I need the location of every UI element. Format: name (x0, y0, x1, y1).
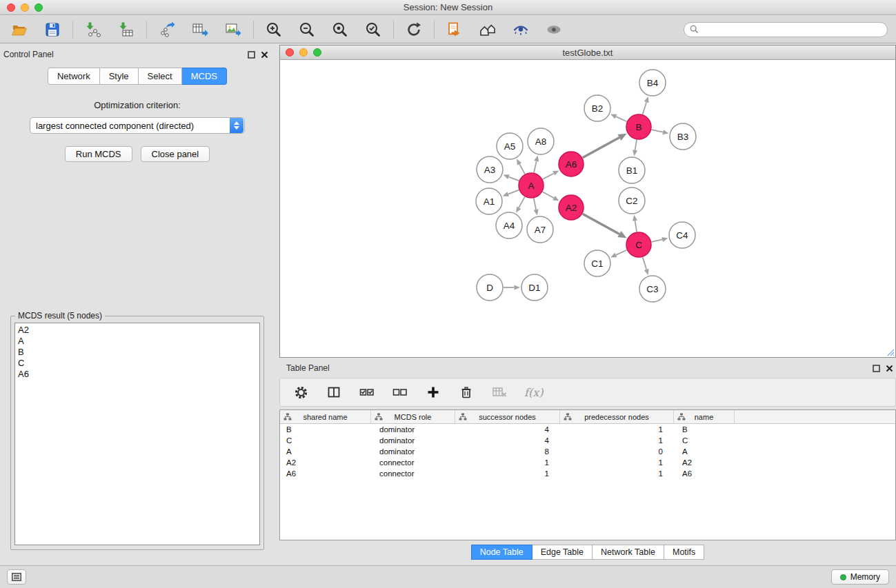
table-settings-gear-icon[interactable] (292, 384, 309, 401)
edge-A-A3[interactable] (509, 177, 519, 181)
edge-B-B1[interactable] (635, 140, 637, 150)
export-network-icon[interactable] (157, 20, 177, 39)
zoom-fit-icon[interactable] (330, 20, 350, 39)
edge-A-A5[interactable] (519, 164, 525, 174)
add-column-icon[interactable] (425, 384, 441, 401)
select-all-icon[interactable] (359, 384, 375, 401)
close-panel-button[interactable]: Close panel (141, 146, 210, 162)
edge-C-C3[interactable] (643, 257, 647, 270)
table-row[interactable]: B dominator 4 1 B (280, 424, 895, 435)
edge-A6-B[interactable] (583, 137, 619, 157)
tab-select[interactable]: Select (139, 68, 182, 85)
first-neighbors-icon[interactable] (445, 20, 464, 39)
float-table-panel-icon[interactable] (873, 365, 880, 372)
criterion-dropdown[interactable]: largest connected component (directed) (30, 117, 245, 134)
table-row[interactable]: A dominator 8 0 A (280, 446, 895, 457)
apply-style-icon[interactable] (511, 20, 530, 39)
node-C[interactable]: C (626, 232, 651, 257)
resize-handle-icon[interactable] (886, 347, 895, 356)
node-A3[interactable]: A3 (477, 156, 503, 183)
zoom-out-icon[interactable] (297, 20, 317, 39)
zoom-selected-icon[interactable] (364, 20, 383, 39)
node-C4[interactable]: C4 (669, 222, 695, 248)
deselect-all-icon[interactable] (392, 384, 408, 401)
node-B1[interactable]: B1 (619, 157, 645, 183)
tab-mcds[interactable]: MCDS (182, 68, 227, 85)
edge-A-A2[interactable] (543, 192, 554, 198)
edge-C-C2[interactable] (635, 221, 637, 232)
node-A4[interactable]: A4 (496, 212, 522, 239)
export-image-icon[interactable] (223, 20, 243, 39)
network-window-titlebar[interactable]: testGlobe.txt (280, 45, 895, 60)
node-A1[interactable]: A1 (476, 188, 502, 214)
zoom-network-window-button[interactable] (313, 48, 321, 57)
delete-column-trash-icon[interactable] (458, 384, 475, 401)
import-network-icon[interactable] (83, 20, 103, 39)
run-mcds-button[interactable]: Run MCDS (65, 146, 132, 162)
show-panels-button[interactable] (7, 569, 26, 585)
edge-A2-C[interactable] (583, 214, 619, 234)
zoom-window-button[interactable] (34, 3, 43, 12)
edge-C-C1[interactable] (616, 250, 627, 255)
network-canvas[interactable]: A5A8A3A1A4A7AA6A2BB2B4B3B1CC2C4C1C3DD1 (280, 60, 895, 357)
search-box[interactable] (684, 22, 888, 37)
open-file-icon[interactable] (10, 20, 29, 39)
tab-network[interactable]: Network (48, 68, 100, 85)
tab-node-table[interactable]: Node Table (471, 545, 532, 560)
zoom-in-icon[interactable] (264, 20, 283, 39)
node-A2[interactable]: A2 (559, 195, 584, 220)
result-list-item[interactable]: C (15, 358, 259, 369)
table-row[interactable]: A6 connector 1 1 A6 (280, 468, 895, 479)
node-C1[interactable]: C1 (584, 250, 610, 276)
node-D[interactable]: D (477, 274, 503, 301)
node-C3[interactable]: C3 (639, 276, 666, 302)
edge-A-A7[interactable] (534, 199, 536, 210)
node-B4[interactable]: B4 (639, 70, 666, 96)
tab-network-table[interactable]: Network Table (593, 545, 664, 560)
mcds-result-list[interactable]: A2 A B C A6 (14, 323, 260, 545)
table-row[interactable]: A2 connector 1 1 A2 (280, 457, 895, 468)
node-A5[interactable]: A5 (497, 133, 523, 159)
node-A8[interactable]: A8 (528, 128, 554, 154)
close-network-window-button[interactable] (286, 48, 294, 57)
edge-B-B4[interactable] (643, 102, 647, 114)
edge-A-A6[interactable] (543, 173, 554, 179)
node-D1[interactable]: D1 (521, 274, 548, 301)
node-A7[interactable]: A7 (527, 216, 553, 243)
export-table-icon[interactable] (190, 20, 210, 39)
result-list-item[interactable]: A6 (15, 369, 259, 380)
fit-content-icon[interactable] (478, 20, 497, 39)
node-B[interactable]: B (626, 114, 651, 139)
column-header-mcds-role[interactable]: MCDS role (371, 410, 455, 423)
node-B2[interactable]: B2 (584, 95, 610, 121)
close-table-panel-icon[interactable] (886, 365, 893, 372)
tab-motifs[interactable]: Motifs (664, 545, 704, 560)
result-list-item[interactable]: B (15, 347, 259, 358)
minimize-network-window-button[interactable] (299, 48, 308, 57)
network-graph[interactable]: A5A8A3A1A4A7AA6A2BB2B4B3B1CC2C4C1C3DD1 (280, 60, 895, 357)
node-B3[interactable]: B3 (670, 123, 696, 150)
edge-B-B3[interactable] (652, 130, 664, 132)
refresh-icon[interactable] (404, 20, 424, 39)
tab-style[interactable]: Style (100, 68, 139, 85)
column-header-shared-name[interactable]: shared name (280, 410, 371, 423)
close-window-button[interactable] (7, 3, 15, 12)
edge-A-A1[interactable] (508, 190, 519, 194)
node-C2[interactable]: C2 (619, 187, 645, 214)
node-A[interactable]: A (519, 173, 544, 198)
edge-A-A4[interactable] (519, 197, 525, 208)
edge-B-B2[interactable] (616, 116, 627, 121)
result-list-item[interactable]: A2 (15, 325, 259, 336)
search-input[interactable] (702, 25, 882, 34)
show-columns-icon[interactable] (326, 384, 342, 401)
minimize-window-button[interactable] (21, 3, 29, 12)
column-header-name[interactable]: name (674, 410, 735, 423)
node-A6[interactable]: A6 (559, 152, 584, 176)
save-session-icon[interactable] (43, 20, 62, 39)
edge-A-A8[interactable] (534, 161, 537, 173)
column-header-successor-nodes[interactable]: successor nodes (455, 410, 560, 423)
result-list-item[interactable]: A (15, 336, 259, 347)
float-panel-icon[interactable] (248, 51, 255, 59)
edge-C-C4[interactable] (652, 239, 663, 241)
close-panel-icon[interactable] (261, 51, 268, 59)
